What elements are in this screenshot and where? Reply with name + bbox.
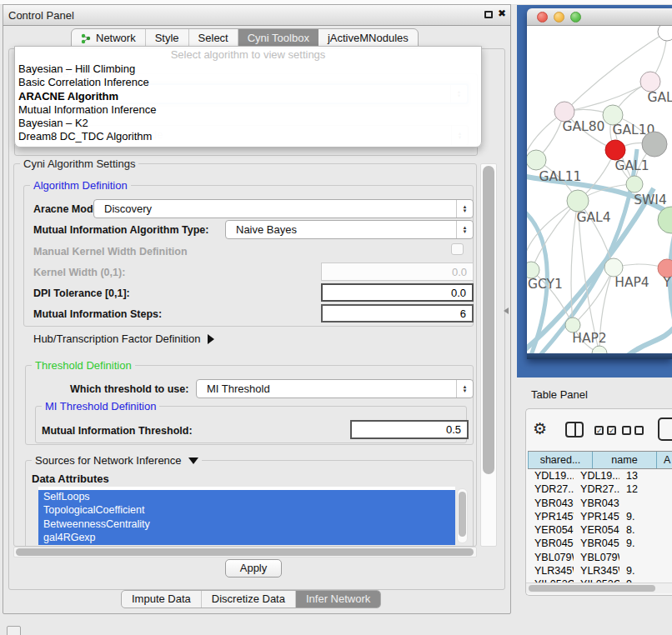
network-node-gal4[interactable] (567, 190, 589, 212)
apply-button[interactable]: Apply (225, 559, 282, 578)
tab-impute-data[interactable]: Impute Data (122, 591, 202, 608)
network-node[interactable] (658, 207, 672, 233)
column-header-name[interactable]: name (592, 452, 656, 468)
mi-threshold-field[interactable] (350, 420, 469, 439)
mac-minimize-icon[interactable] (554, 12, 564, 22)
manual-kernel-width-checkbox[interactable] (451, 243, 464, 255)
tab-label: Style (155, 29, 179, 48)
mi-steps-field[interactable] (321, 304, 474, 322)
table-cell: YER054C (574, 523, 619, 537)
table-row[interactable]: YBR043CYBR043C (528, 497, 672, 510)
attribute-item-betweennesscentrality[interactable]: BetweennessCentrality (38, 518, 455, 531)
network-node-gal11[interactable] (527, 150, 546, 170)
table-cell: 9. (619, 564, 672, 578)
which-threshold-label: Which threshold to use: (70, 383, 188, 395)
attributes-scrollbar-thumb[interactable] (459, 492, 466, 537)
table-cell (619, 497, 672, 510)
gear-icon[interactable]: ⚙ (533, 419, 547, 438)
tab-network[interactable]: Network (72, 29, 146, 48)
which-threshold-combo[interactable]: MI Threshold▲▼ (196, 379, 474, 398)
network-node[interactable] (592, 346, 607, 353)
table-row[interactable]: YDL19...YDL19...13 (528, 469, 672, 482)
table-row[interactable]: YBR045CYBR045C9. (528, 537, 672, 550)
panel-splitter-arrow-icon[interactable] (504, 308, 509, 314)
tab-discretize-data[interactable]: Discretize Data (202, 591, 296, 608)
float-window-icon[interactable] (484, 11, 493, 18)
network-node-gal1[interactable] (605, 140, 625, 160)
hub-transcription-factor-expander[interactable]: Hub/Transcription Factor Definition (33, 332, 214, 345)
dropdown-item-basic-correlation-inference[interactable]: Basic Correlation Inference (15, 76, 481, 89)
mi-steps-label: Mutual Information Steps: (33, 308, 162, 320)
column-header-shared[interactable]: shared... (528, 452, 592, 468)
table-row[interactable]: YBL079WYBL079W (528, 551, 672, 564)
dropdown-items: Bayesian – Hill ClimbingBasic Correlatio… (15, 62, 481, 144)
control-panel-titlebar[interactable] (3, 4, 511, 26)
table-row[interactable]: YPR145WYPR145W9. (528, 510, 672, 523)
data-attributes-list[interactable]: SelfLoopsTopologicalCoefficientBetweenne… (38, 487, 455, 545)
sources-group-title[interactable]: Sources for Network Inference (32, 454, 202, 467)
tab-cyni-toolbox[interactable]: Cyni Toolbox (238, 29, 318, 48)
dpi-tolerance-label: DPI Tolerance [0,1]: (33, 288, 130, 299)
table-horizontal-scrollbar-thumb[interactable] (529, 585, 655, 592)
network-node-gcy1[interactable] (527, 262, 539, 278)
aracne-mode-label: Aracne Mode: (33, 203, 103, 215)
network-canvas[interactable]: GALGAL80GAL10GAL1GAL11SWI4GAL4GCY1HAP4YH… (527, 26, 672, 353)
network-node[interactable] (642, 132, 667, 157)
cyni-bottom-tabs: Impute DataDiscretize DataInfer Network (121, 590, 381, 608)
dropdown-item-aracne-algorithm[interactable]: ARACNE Algorithm (15, 90, 481, 103)
attribute-item-gal4rgexp[interactable]: gal4RGexp (38, 531, 455, 544)
aracne-mode-combo[interactable]: Discovery▲▼ (93, 199, 474, 218)
table-cell: YLR345W (528, 564, 574, 578)
table-row[interactable]: YER054CYER054C8. (528, 523, 672, 537)
table-horizontal-scrollbar[interactable] (526, 582, 672, 593)
table-cell: YBR045C (574, 537, 619, 550)
close-icon[interactable]: ✖ (498, 8, 506, 19)
table-rows: YDL19...YDL19...13YDR27...YDR27...12YBR0… (528, 469, 672, 592)
network-node-swi4[interactable] (626, 176, 643, 192)
tab-jactivemnodules[interactable]: jActiveMNodules (318, 29, 418, 48)
node-label: Y (662, 275, 671, 290)
kernel-width-label: Kernel Width (0,1): (33, 267, 125, 278)
network-node-gal[interactable] (640, 72, 660, 92)
table-header: shared...nameA (528, 451, 672, 469)
dropdown-item-bayesian-k2[interactable]: Bayesian – K2 (15, 117, 481, 130)
tab-style[interactable]: Style (146, 29, 189, 48)
node-label: HAP2 (572, 331, 606, 346)
table-cell: YDL19... (528, 469, 574, 482)
attribute-item-topologicalcoefficient[interactable]: TopologicalCoefficient (38, 503, 455, 517)
kernel-width-field[interactable] (321, 262, 474, 281)
column-header-a[interactable]: A (656, 452, 672, 468)
settings-horizontal-scrollbar-thumb[interactable] (16, 548, 474, 556)
table-cell: YLR345W (574, 564, 619, 578)
table-row[interactable]: YLR345WYLR345W9. (528, 564, 672, 578)
node-label: GAL (647, 90, 672, 105)
dpi-tolerance-field[interactable] (321, 283, 474, 302)
dropdown-item-dream8-dc-tdc-algorithm[interactable]: Dream8 DC_TDC Algorithm (15, 130, 481, 143)
table-row[interactable]: YDR27...YDR27...12 (528, 482, 672, 496)
select-all-checkboxes-icon[interactable]: ✓✓ (594, 426, 616, 435)
function-icon[interactable] (658, 418, 672, 441)
table-cell: 13 (619, 469, 672, 482)
network-node[interactable] (658, 26, 672, 41)
hub-expander-label: Hub/Transcription Factor Definition (33, 332, 200, 345)
network-window-titlebar[interactable] (527, 8, 672, 26)
deselect-all-checkboxes-icon[interactable] (622, 426, 644, 435)
dropdown-item-mutual-information-inference[interactable]: Mutual Information Inference (15, 103, 481, 117)
attribute-item-selfloops[interactable]: SelfLoops (38, 490, 455, 503)
dropdown-item-bayesian-hill-climbing[interactable]: Bayesian – Hill Climbing (15, 62, 481, 76)
tab-label: Network (96, 29, 136, 48)
taskbar-corner-icon[interactable] (7, 626, 21, 635)
tab-infer-network[interactable]: Infer Network (296, 591, 380, 608)
network-node-hap4[interactable] (604, 258, 623, 277)
mi-algorithm-type-combo[interactable]: Naive Bayes▲▼ (225, 220, 474, 239)
mac-close-icon[interactable] (537, 12, 548, 22)
tab-select[interactable]: Select (189, 29, 238, 48)
tab-label: Cyni Toolbox (248, 29, 309, 48)
mi-threshold-definition-title: MI Threshold Definition (42, 400, 159, 412)
mac-zoom-icon[interactable] (570, 12, 581, 22)
sources-title-text: Sources for Network Inference (35, 454, 182, 467)
tab-label: Select (198, 29, 228, 48)
settings-vertical-scrollbar-thumb[interactable] (483, 166, 494, 474)
thick-edge (625, 324, 672, 353)
columns-icon[interactable] (565, 422, 584, 438)
